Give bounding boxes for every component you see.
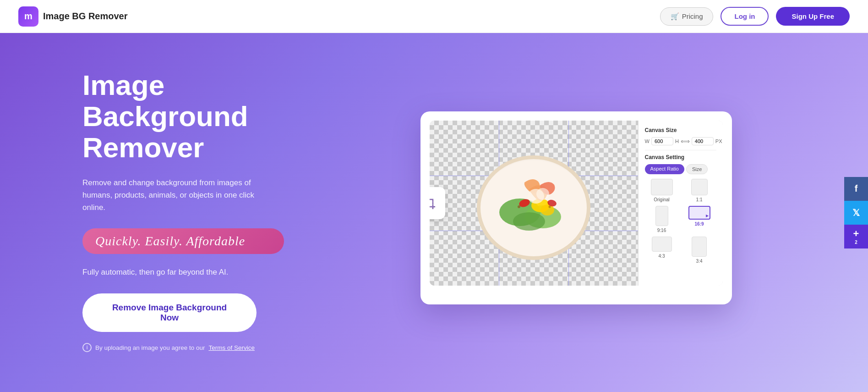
tab-size[interactable]: Size <box>686 164 708 174</box>
panel-divider <box>645 150 716 150</box>
pricing-button[interactable]: 🛒 Pricing <box>660 7 714 26</box>
login-button[interactable]: Log in <box>721 7 769 26</box>
ratio-original[interactable]: Original <box>645 179 679 202</box>
food-svg <box>469 139 598 267</box>
hero-right: Canvas Size W H ⟺ PX ▼ Canvas Setting <box>311 33 868 392</box>
canvas-main <box>430 121 638 286</box>
nav-actions: 🛒 Pricing Log in Sign Up Free <box>660 7 850 26</box>
preview-card: Canvas Size W H ⟺ PX ▼ Canvas Setting <box>420 111 732 304</box>
logo-icon: m <box>18 6 38 27</box>
cart-icon: 🛒 <box>671 12 679 21</box>
hero-left: Image Background Remover Remove and chan… <box>0 33 311 392</box>
svg-point-11 <box>536 188 549 200</box>
panel-tabs: Aspect Ratio Size <box>645 164 716 174</box>
signup-button[interactable]: Sign Up Free <box>776 7 850 26</box>
canvas-size-title: Canvas Size <box>645 127 716 133</box>
svg-point-5 <box>513 212 545 231</box>
tos-text: By uploading an image you agree to our <box>95 344 205 351</box>
info-icon: i <box>82 343 92 352</box>
canvas-size-row: W H ⟺ PX ▼ <box>645 137 716 145</box>
ratio-4-3[interactable]: 4:3 <box>645 237 679 264</box>
crop-icon <box>430 196 437 210</box>
ratio-9-16[interactable]: 9:16 <box>645 206 679 233</box>
canvas-setting-title: Canvas Setting <box>645 154 716 160</box>
ratio-3-4[interactable]: 3:4 <box>682 237 716 264</box>
dot-2[interactable] <box>562 293 590 295</box>
height-input[interactable] <box>692 137 714 145</box>
tagline-badge: Quickly. Easily. Affordable <box>82 228 284 254</box>
tos-line: i By uploading an image you agree to our… <box>82 343 284 352</box>
ratio-grid: Original 1:1 9:16 <box>645 179 716 264</box>
tab-aspect-ratio[interactable]: Aspect Ratio <box>645 164 684 174</box>
width-input[interactable] <box>651 137 673 145</box>
hero-auto-text: Fully automatic, then go far beyond the … <box>82 268 284 277</box>
ratio-box-16-9: ▶ <box>688 206 710 220</box>
ratio-box-3-4 <box>692 237 707 257</box>
logo-text: Image BG Remover <box>43 11 128 22</box>
food-image <box>469 139 598 267</box>
dot-1[interactable] <box>531 293 559 295</box>
canvas-panel: Canvas Size W H ⟺ PX ▼ Canvas Setting <box>638 121 723 286</box>
canvas-area: Canvas Size W H ⟺ PX ▼ Canvas Setting <box>430 121 723 286</box>
hero-section: f 𝕏 + 2 Image Background Remover Remove … <box>0 33 868 392</box>
ratio-box-4-3 <box>652 237 672 252</box>
ratio-box-original <box>651 179 673 195</box>
svg-point-13 <box>549 206 551 208</box>
dot-3[interactable] <box>594 293 621 295</box>
ratio-16-9[interactable]: ▶ 16:9 <box>682 206 716 233</box>
ratio-1-1[interactable]: 1:1 <box>682 179 716 202</box>
logo[interactable]: m Image BG Remover <box>18 6 128 27</box>
cta-button[interactable]: Remove Image Background Now <box>82 293 257 332</box>
svg-point-12 <box>518 205 520 208</box>
ratio-box-9-16 <box>655 206 668 226</box>
dots-indicator <box>430 293 723 295</box>
pricing-label: Pricing <box>682 12 703 20</box>
hero-title: Image Background Remover <box>82 70 284 164</box>
tos-link[interactable]: Terms of Service <box>208 344 255 351</box>
hero-subtitle: Remove and change background from images… <box>82 177 275 214</box>
ratio-box-1-1 <box>691 179 708 195</box>
crop-tool[interactable] <box>430 187 445 219</box>
navbar: m Image BG Remover 🛒 Pricing Log in Sign… <box>0 0 868 33</box>
